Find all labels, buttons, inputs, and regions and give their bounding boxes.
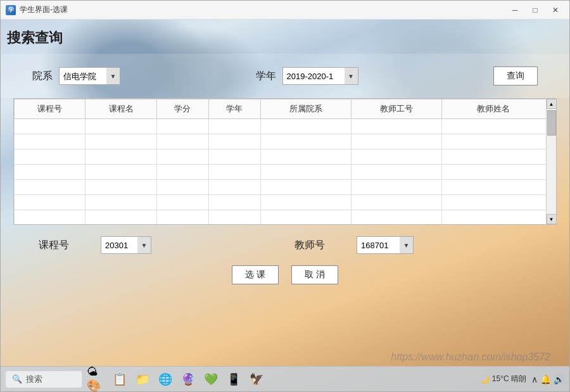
- title-bar-controls: ─ □ ✕: [506, 3, 564, 17]
- dept-select-wrapper: 信电学院 计算机学院 数学学院 ▼: [59, 67, 120, 85]
- title-bar-left: 学 学生界面-选课: [6, 4, 68, 15]
- table-row[interactable]: [15, 134, 556, 149]
- speaker-icon[interactable]: 🔊: [554, 374, 564, 384]
- query-button[interactable]: 查询: [493, 66, 538, 85]
- submit-button[interactable]: 选 课: [232, 265, 279, 284]
- title-bar: 学 学生界面-选课 ─ □ ✕: [1, 1, 569, 20]
- teacher-no-label: 教师号: [294, 239, 325, 252]
- taskbar-icon-edge[interactable]: 🌐: [155, 369, 175, 389]
- content-panel: 搜索查询 院系 信电学院 计算机学院 数学学院 ▼ 学年 2019-2020-1: [1, 20, 569, 391]
- page-title: 搜索查询: [1, 20, 569, 54]
- col-course-no: 课程号: [15, 99, 86, 119]
- taskbar-sys-icons: ∧ 🔔 🔊: [531, 374, 564, 384]
- year-select-wrapper: 2019-2020-1 2019-2020-2 2020-2021-1 ▼: [282, 67, 358, 85]
- taskbar-icons: 🌤🎨 📋 📁 🌐 🔮 💚 📱 🦅: [87, 369, 267, 389]
- table-container: 课程号 课程名 学分 学年 所属院系 教师工号 教师姓名: [13, 98, 557, 225]
- cancel-button[interactable]: 取 消: [291, 265, 338, 284]
- taskbar-icon-clipboard[interactable]: 📋: [110, 369, 130, 389]
- col-course-name: 课程名: [86, 99, 156, 119]
- year-select[interactable]: 2019-2020-1 2019-2020-2 2020-2021-1: [282, 67, 358, 85]
- taskbar-search-text: 搜索: [26, 374, 42, 385]
- bottom-form: 课程号 20301 20302 ▼ 教师号 168701 168702 ▼: [39, 225, 531, 265]
- main-window: 学 学生界面-选课 ─ □ ✕ 搜索查询 院系: [0, 0, 570, 392]
- col-credits: 学分: [156, 99, 208, 119]
- taskbar-right: 🌙 15°C 晴朗 ∧ 🔔 🔊: [480, 374, 564, 384]
- table-row[interactable]: [15, 119, 556, 134]
- taskbar-icon-app4[interactable]: 🦅: [246, 369, 267, 389]
- dept-label: 院系: [32, 70, 53, 83]
- chevron-up-icon[interactable]: ∧: [531, 374, 538, 384]
- weather-text: 15°C 晴朗: [492, 374, 526, 384]
- taskbar-icon-app3[interactable]: 📱: [224, 369, 244, 389]
- scroll-thumb[interactable]: [547, 110, 556, 136]
- close-button[interactable]: ✕: [547, 3, 564, 17]
- col-teacher-id: 教师工号: [351, 99, 441, 119]
- action-buttons: 选 课 取 消: [1, 265, 569, 291]
- maximize-button[interactable]: □: [526, 3, 544, 17]
- table-row[interactable]: [15, 195, 556, 210]
- teacher-no-select[interactable]: 168701 168702: [357, 236, 414, 254]
- col-year: 学年: [208, 99, 260, 119]
- course-no-label: 课程号: [39, 239, 69, 252]
- dept-select[interactable]: 信电学院 计算机学院 数学学院: [59, 67, 120, 85]
- teacher-no-select-wrapper: 168701 168702 ▼: [357, 236, 414, 254]
- taskbar-icon-folder[interactable]: 📁: [132, 369, 153, 389]
- year-label: 学年: [256, 70, 276, 83]
- scroll-up-btn[interactable]: ▲: [547, 99, 557, 109]
- table-row[interactable]: [15, 165, 556, 180]
- data-table: 课程号 课程名 学分 学年 所属院系 教师工号 教师姓名: [14, 99, 556, 225]
- moon-icon: 🌙: [480, 375, 490, 384]
- table-row[interactable]: [15, 210, 556, 225]
- table-row[interactable]: [15, 180, 556, 195]
- minimize-button[interactable]: ─: [506, 3, 524, 17]
- col-teacher-name: 教师姓名: [441, 99, 555, 119]
- scrollbar[interactable]: ▲ ▼: [546, 99, 556, 224]
- table-row[interactable]: [15, 149, 556, 165]
- network-icon[interactable]: 🔔: [540, 374, 551, 384]
- taskbar-search-icon: 🔍: [12, 374, 22, 384]
- course-no-select-wrapper: 20301 20302 ▼: [101, 236, 151, 254]
- taskbar-weather: 🌙 15°C 晴朗: [480, 374, 526, 384]
- taskbar-icon-app1[interactable]: 🔮: [178, 369, 198, 389]
- app-icon: 学: [6, 5, 16, 15]
- taskbar-icon-weather[interactable]: 🌤🎨: [87, 369, 107, 389]
- taskbar: 🔍 搜索 🌤🎨 📋 📁 🌐 🔮 💚 📱 🦅 🌙 15°C 晴朗: [1, 366, 569, 391]
- search-row: 院系 信电学院 计算机学院 数学学院 ▼ 学年 2019-2020-1 2019…: [1, 54, 569, 98]
- table-section: 课程号 课程名 学分 学年 所属院系 教师工号 教师姓名: [7, 98, 563, 225]
- taskbar-search[interactable]: 🔍 搜索: [6, 371, 82, 388]
- main-content: 搜索查询 院系 信电学院 计算机学院 数学学院 ▼ 学年 2019-2020-1: [1, 20, 569, 391]
- taskbar-icon-app2[interactable]: 💚: [201, 369, 221, 389]
- window-title: 学生界面-选课: [20, 4, 68, 15]
- course-no-select[interactable]: 20301 20302: [101, 236, 151, 254]
- col-dept: 所属院系: [260, 99, 351, 119]
- scroll-down-btn[interactable]: ▼: [547, 214, 557, 224]
- table-header-row: 课程号 课程名 学分 学年 所属院系 教师工号 教师姓名: [15, 99, 556, 119]
